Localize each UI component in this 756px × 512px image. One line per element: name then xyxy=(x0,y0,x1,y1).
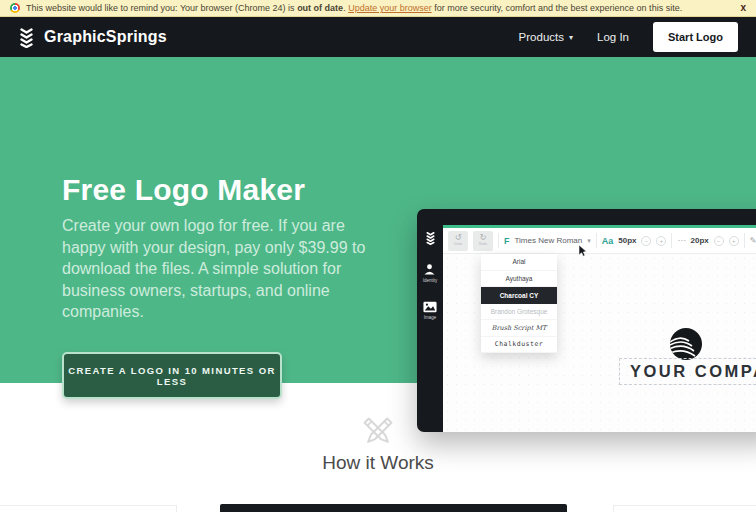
font-family-select[interactable]: Times New Roman xyxy=(515,236,583,245)
page-title: Free Logo Maker xyxy=(62,173,305,207)
font-option-brush-script[interactable]: Brush Script MT xyxy=(481,320,557,337)
editor-toolbar: ↺ Undo ↻ Redo F Times New Roman ▾ Aa 50p… xyxy=(443,228,756,254)
undo-icon: ↺ xyxy=(455,234,462,242)
toolbar-separator xyxy=(596,233,597,248)
start-logo-button[interactable]: Start Logo xyxy=(653,22,738,52)
image-icon xyxy=(423,301,437,313)
login-label: Log In xyxy=(597,31,629,43)
how-it-works-title: How it Works xyxy=(0,452,756,474)
toolbar-separator xyxy=(498,233,499,248)
sphere-logo-mark[interactable] xyxy=(668,326,704,362)
undo-button[interactable]: ↺ Undo xyxy=(448,231,468,251)
chrome-icon xyxy=(10,3,20,13)
brand[interactable]: GraphicSprings xyxy=(18,27,167,48)
redo-icon: ↻ xyxy=(480,234,487,242)
font-option-arial[interactable]: Arial xyxy=(481,254,557,271)
spacing-increase-button[interactable]: + xyxy=(729,236,739,246)
nav-item-login[interactable]: Log In xyxy=(597,31,629,43)
toolbar-separator xyxy=(744,233,745,248)
nav-item-products[interactable]: Products ▾ xyxy=(519,31,573,43)
step-card-video-top xyxy=(220,504,567,512)
font-size-icon: Aa xyxy=(602,236,614,246)
spacing-decrease-button[interactable]: − xyxy=(714,236,724,246)
create-logo-cta-button[interactable]: CREATE A LOGO IN 10 MINUTES OR LESS xyxy=(62,352,282,399)
redo-label: Redo xyxy=(479,243,487,247)
redo-button[interactable]: ↻ Redo xyxy=(473,231,493,251)
graphicsprings-logo-icon xyxy=(18,27,35,48)
font-family-icon: F xyxy=(504,236,510,246)
font-option-chalkduster[interactable]: Chalkduster xyxy=(481,337,557,354)
image-label: Image xyxy=(424,315,437,320)
logo-editor-window: Identity Image ↺ Undo xyxy=(417,209,756,432)
sidebar-item-image[interactable]: Image xyxy=(423,301,437,320)
font-option-brandon-grotesque[interactable]: Brandon Grotesque xyxy=(481,304,557,321)
font-size-decrease-button[interactable]: − xyxy=(641,236,651,246)
update-browser-link[interactable]: Update your browser xyxy=(348,3,432,13)
page: This website would like to remind you: Y… xyxy=(0,0,756,512)
identity-label: Identity xyxy=(423,278,438,283)
notice-close-icon[interactable]: x xyxy=(740,3,746,13)
font-chevron-down-icon[interactable]: ▾ xyxy=(587,237,591,245)
hero-description: Create your own logo for free. If you ar… xyxy=(62,215,370,323)
editor-logo-icon xyxy=(425,231,436,245)
company-text-selection[interactable]: YOUR COMPANY xyxy=(619,358,756,385)
toolbar-separator xyxy=(671,233,672,248)
nav-menu: Products ▾ Log In Start Logo xyxy=(519,22,738,52)
step-card-top xyxy=(0,505,177,512)
step-card-top xyxy=(613,505,756,512)
letter-spacing-icon: ⋯ xyxy=(677,236,685,245)
undo-label: Undo xyxy=(454,243,462,247)
color-pen-icon: ✎ xyxy=(750,236,756,245)
notice-text-prefix: This website would like to remind you: Y… xyxy=(26,3,297,13)
browser-notice-bar: This website would like to remind you: Y… xyxy=(0,0,756,17)
top-nav: GraphicSprings Products ▾ Log In Start L… xyxy=(0,17,756,57)
notice-text-bold: out of date xyxy=(297,3,343,13)
sidebar-item-identity[interactable]: Identity xyxy=(423,263,438,283)
crossed-pencils-icon xyxy=(356,410,400,454)
products-label: Products xyxy=(519,31,564,43)
chevron-down-icon: ▾ xyxy=(569,33,573,42)
hero-section: Free Logo Maker Create your own logo for… xyxy=(0,57,756,383)
company-name-text: YOUR COMPANY xyxy=(630,362,756,380)
notice-text: This website would like to remind you: Y… xyxy=(26,3,682,13)
identity-person-icon xyxy=(423,263,436,276)
editor-sidebar: Identity Image xyxy=(417,209,443,432)
notice-text-suffix: for more security, comfort and the best … xyxy=(432,3,682,13)
font-dropdown: Arial Ayuthaya Charcoal CY Brandon Grote… xyxy=(481,254,557,353)
mouse-cursor-icon xyxy=(579,245,588,257)
font-size-value: 50px xyxy=(618,236,636,245)
letter-spacing-value: 20px xyxy=(690,236,708,245)
font-option-ayuthaya[interactable]: Ayuthaya xyxy=(481,271,557,288)
font-option-charcoal-cy-selected[interactable]: Charcoal CY xyxy=(481,287,557,304)
brand-name: GraphicSprings xyxy=(44,28,167,46)
font-size-increase-button[interactable]: + xyxy=(656,236,666,246)
